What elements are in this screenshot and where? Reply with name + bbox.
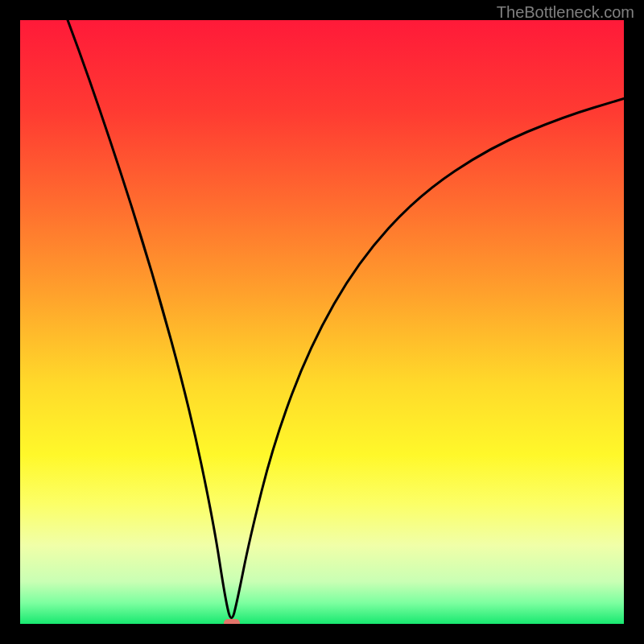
curve-layer (20, 20, 624, 624)
optimum-marker (224, 619, 240, 624)
plot-area (20, 20, 624, 624)
watermark-text: TheBottleneck.com (497, 3, 634, 22)
bottleneck-curve (20, 20, 624, 618)
chart-frame: TheBottleneck.com (0, 0, 644, 644)
